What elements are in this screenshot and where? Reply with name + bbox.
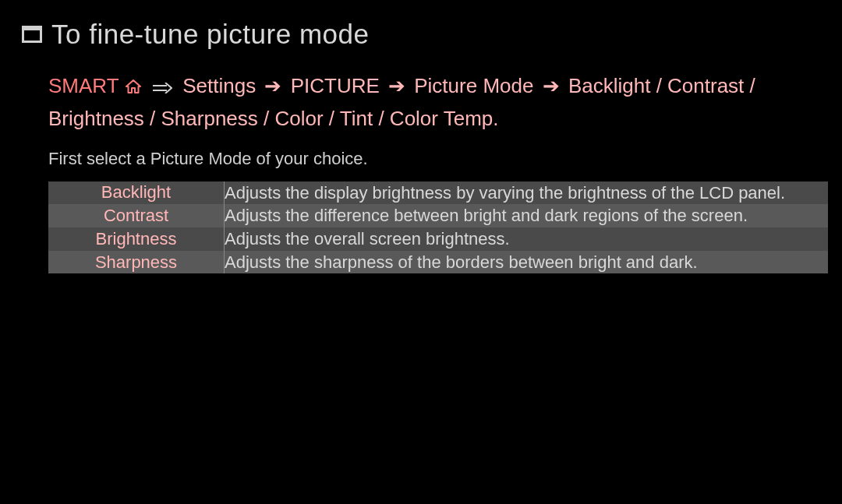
navigation-path: SMART Settings ➔ PICTURE ➔ Picture Mode … — [48, 70, 820, 135]
arrow-icon: ➔ — [385, 70, 409, 101]
row-desc: Adjusts the display brightness by varyin… — [225, 182, 829, 205]
row-label: Sharpness — [48, 251, 225, 274]
row-desc: Adjusts the difference between bright an… — [225, 204, 829, 227]
settings-table: Backlight Adjusts the display brightness… — [48, 182, 828, 274]
path-smart-label: SMART — [48, 74, 119, 97]
table-row: Backlight Adjusts the display brightness… — [48, 182, 828, 205]
row-label: Backlight — [48, 182, 225, 205]
table-row: Contrast Adjusts the difference between … — [48, 204, 828, 227]
row-desc: Adjusts the overall screen brightness. — [225, 227, 829, 251]
intro-text: First select a Picture Mode of your choi… — [48, 149, 820, 169]
arrow-icon — [147, 70, 177, 101]
page-title: To fine-tune picture mode — [51, 19, 369, 50]
row-label: Contrast — [48, 204, 225, 227]
arrow-icon: ➔ — [540, 70, 563, 101]
row-label: Brightness — [48, 227, 225, 251]
table-row: Brightness Adjusts the overall screen br… — [48, 227, 828, 251]
path-picture-mode: Picture Mode — [414, 74, 533, 97]
arrow-icon: ➔ — [261, 70, 285, 101]
table-row: Sharpness Adjusts the sharpness of the b… — [48, 251, 828, 274]
page-title-row: To fine-tune picture mode — [22, 19, 820, 50]
path-settings: Settings — [182, 74, 256, 97]
path-picture: PICTURE — [291, 74, 380, 97]
home-icon — [125, 72, 142, 103]
section-icon — [22, 26, 42, 43]
row-desc: Adjusts the sharpness of the borders bet… — [225, 251, 829, 274]
